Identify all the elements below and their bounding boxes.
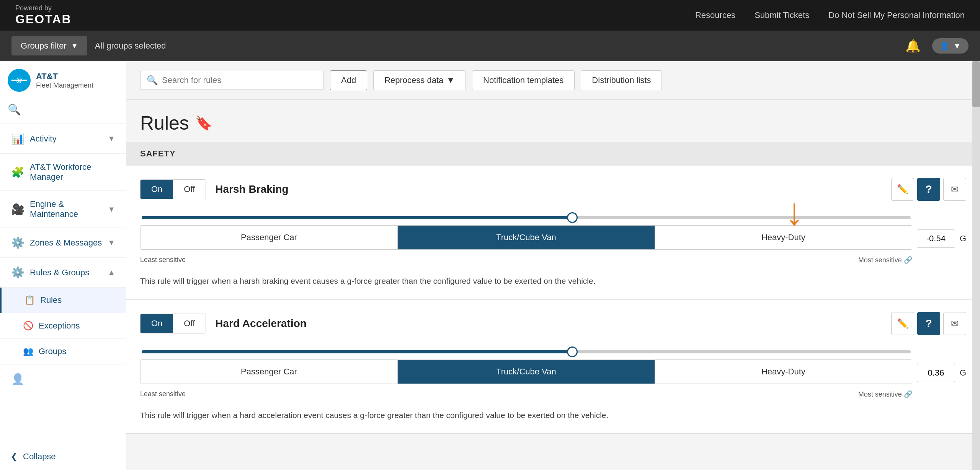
sidebar: @ AT&T Fleet Management 🔍 📊 Activity ▼ 🧩… xyxy=(0,61,126,470)
harsh-braking-slider-labels: Least sensitive Most sensitive 🔗 xyxy=(140,256,912,264)
sidebar-item-zones[interactable]: ⚙️ Zones & Messages ▼ xyxy=(0,228,126,258)
collapse-arrow-icon: ❮ xyxy=(11,452,18,462)
add-button[interactable]: Add xyxy=(330,70,367,90)
hard-acceleration-help-button[interactable]: ? xyxy=(917,312,940,335)
harsh-braking-heavy-duty-button[interactable]: Heavy-Duty xyxy=(655,226,912,249)
sidebar-sub-item-rules[interactable]: 📋 Rules xyxy=(0,288,126,313)
sidebar-item-workforce[interactable]: 🧩 AT&T Workforce Manager xyxy=(0,154,126,191)
hard-acceleration-slider-labels: Least sensitive Most sensitive 🔗 xyxy=(140,390,912,398)
hard-acceleration-actions: ✏️ ? ✉ xyxy=(891,312,966,335)
hard-acceleration-on-button[interactable]: On xyxy=(140,314,173,333)
harsh-braking-slider-area: Passenger Car Truck/Cube Van Heavy-Duty … xyxy=(140,210,912,267)
sidebar-logo: @ AT&T Fleet Management xyxy=(0,61,126,96)
least-sensitive-label: Least sensitive xyxy=(140,256,186,264)
reprocess-data-button[interactable]: Reprocess data ▼ xyxy=(373,70,466,90)
hard-acceleration-slider-area: Passenger Car Truck/Cube Van Heavy-Duty … xyxy=(140,344,912,402)
sidebar-sub-groups-label: Groups xyxy=(39,346,66,356)
harsh-braking-mail-button[interactable]: ✉ xyxy=(943,178,966,201)
notification-bell-icon[interactable]: 🔔 xyxy=(905,39,921,53)
hard-acceleration-truck-button[interactable]: Truck/Cube Van xyxy=(398,360,655,384)
harsh-braking-help-button[interactable]: ? xyxy=(917,178,940,201)
help-icon-2: ? xyxy=(925,317,932,330)
submit-tickets-link[interactable]: Submit Tickets xyxy=(755,10,809,20)
sidebar-item-activity[interactable]: 📊 Activity ▼ xyxy=(0,124,126,154)
zones-icon: ⚙️ xyxy=(11,236,24,249)
top-nav-links: Resources Submit Tickets Do Not Sell My … xyxy=(695,10,965,20)
hard-acceleration-passenger-car-button[interactable]: Passenger Car xyxy=(140,360,398,384)
hard-acceleration-slider[interactable] xyxy=(140,350,912,353)
hard-acceleration-toggle: On Off xyxy=(140,314,206,333)
search-box[interactable]: 🔍 xyxy=(140,71,324,90)
zones-chevron-icon: ▼ xyxy=(108,238,115,247)
main-content: 🔍 Add Reprocess data ▼ Notification temp… xyxy=(126,61,980,470)
groups-selected-label: All groups selected xyxy=(95,41,166,51)
harsh-braking-description: This rule will trigger when a harsh brak… xyxy=(140,275,966,287)
workforce-icon: 🧩 xyxy=(11,166,24,179)
sidebar-item-zones-label: Zones & Messages xyxy=(30,238,102,248)
harsh-braking-unit: G xyxy=(960,234,966,244)
distribution-lists-button[interactable]: Distribution lists xyxy=(581,70,662,90)
scrollbar-thumb[interactable] xyxy=(972,61,980,107)
brand-name: GEOTAB xyxy=(15,12,72,26)
sidebar-company-info: AT&T Fleet Management xyxy=(36,72,93,89)
user-icon: 👤 xyxy=(940,41,949,50)
do-not-sell-link[interactable]: Do Not Sell My Personal Information xyxy=(828,10,965,20)
hard-acceleration-edit-button[interactable]: ✏️ xyxy=(891,312,914,335)
bookmark-icon[interactable]: 🔖 xyxy=(195,115,212,131)
hard-acceleration-off-button[interactable]: Off xyxy=(173,314,206,333)
rules-groups-chevron-icon: ▲ xyxy=(108,268,115,277)
harsh-braking-slider[interactable] xyxy=(140,216,912,219)
harsh-braking-truck-button[interactable]: Truck/Cube Van xyxy=(398,226,655,249)
reprocess-label: Reprocess data xyxy=(384,75,443,85)
edit-icon-2: ✏️ xyxy=(897,318,908,329)
extra-icon: 👤 xyxy=(11,373,24,385)
top-navigation: Powered by GEOTAB Resources Submit Ticke… xyxy=(0,0,980,31)
user-menu[interactable]: 👤 ▼ xyxy=(932,38,969,54)
harsh-braking-name: Harsh Braking xyxy=(215,183,882,195)
search-icon: 🔍 xyxy=(147,75,158,86)
rules-groups-icon: ⚙️ xyxy=(11,266,24,279)
hard-acc-most-sensitive-label: Most sensitive 🔗 xyxy=(858,390,912,398)
harsh-braking-thumb[interactable] xyxy=(567,212,578,223)
sidebar-search-icon[interactable]: 🔍 xyxy=(8,104,21,115)
hard-acceleration-heavy-duty-button[interactable]: Heavy-Duty xyxy=(655,360,912,384)
sidebar-item-activity-label: Activity xyxy=(30,134,57,144)
notification-templates-button[interactable]: Notification templates xyxy=(472,70,575,90)
groups-filter-button[interactable]: Groups filter ▼ xyxy=(11,36,87,55)
search-input[interactable] xyxy=(162,75,317,85)
sidebar-item-engine[interactable]: 🎥 Engine & Maintenance ▼ xyxy=(0,191,126,228)
sidebar-item-engine-label: Engine & Maintenance xyxy=(30,199,102,219)
harsh-braking-passenger-car-button[interactable]: Passenger Car xyxy=(140,226,398,249)
help-icon: ? xyxy=(925,183,932,195)
sidebar-item-rules-groups[interactable]: ⚙️ Rules & Groups ▲ xyxy=(0,258,126,288)
harsh-braking-value-box: -0.54 xyxy=(917,229,955,248)
exceptions-sub-icon: 🚫 xyxy=(23,321,33,331)
harsh-braking-on-button[interactable]: On xyxy=(140,180,173,199)
activity-chevron-icon: ▼ xyxy=(108,134,115,143)
harsh-braking-fill xyxy=(142,216,572,219)
sidebar-sub-item-groups[interactable]: 👥 Groups xyxy=(0,339,126,364)
groups-bar: Groups filter ▼ All groups selected 🔔 👤 … xyxy=(0,31,980,61)
harsh-braking-vtype-group: Passenger Car Truck/Cube Van Heavy-Duty xyxy=(140,225,912,250)
hard-acc-most-sensitive-link[interactable]: 🔗 xyxy=(904,390,912,398)
most-sensitive-link[interactable]: 🔗 xyxy=(904,256,912,264)
sidebar-item-extra[interactable]: 👤 xyxy=(0,364,126,394)
scrollbar[interactable] xyxy=(972,61,980,470)
sidebar-collapse-button[interactable]: ❮ Collapse xyxy=(0,443,126,470)
mail-icon: ✉ xyxy=(951,184,959,195)
harsh-braking-edit-button[interactable]: ✏️ xyxy=(891,178,914,201)
sidebar-sub-exceptions-label: Exceptions xyxy=(39,321,80,331)
hard-acceleration-name: Hard Acceleration xyxy=(215,317,882,330)
powered-by-text: Powered by xyxy=(15,4,52,12)
sidebar-sub-item-exceptions[interactable]: 🚫 Exceptions xyxy=(0,313,126,339)
sidebar-sub-rules-label: Rules xyxy=(40,295,62,305)
reprocess-arrow-icon: ▼ xyxy=(446,75,455,85)
hard-acceleration-description: This rule will trigger when a hard accel… xyxy=(140,409,966,421)
harsh-braking-off-button[interactable]: Off xyxy=(173,180,206,199)
sidebar-company-name: AT&T xyxy=(36,72,93,81)
most-sensitive-label: Most sensitive 🔗 xyxy=(858,256,912,264)
hard-acceleration-thumb[interactable] xyxy=(567,346,578,357)
resources-link[interactable]: Resources xyxy=(695,10,735,20)
harsh-braking-value-row: Passenger Car Truck/Cube Van Heavy-Duty … xyxy=(140,210,966,267)
hard-acceleration-mail-button[interactable]: ✉ xyxy=(943,312,966,335)
